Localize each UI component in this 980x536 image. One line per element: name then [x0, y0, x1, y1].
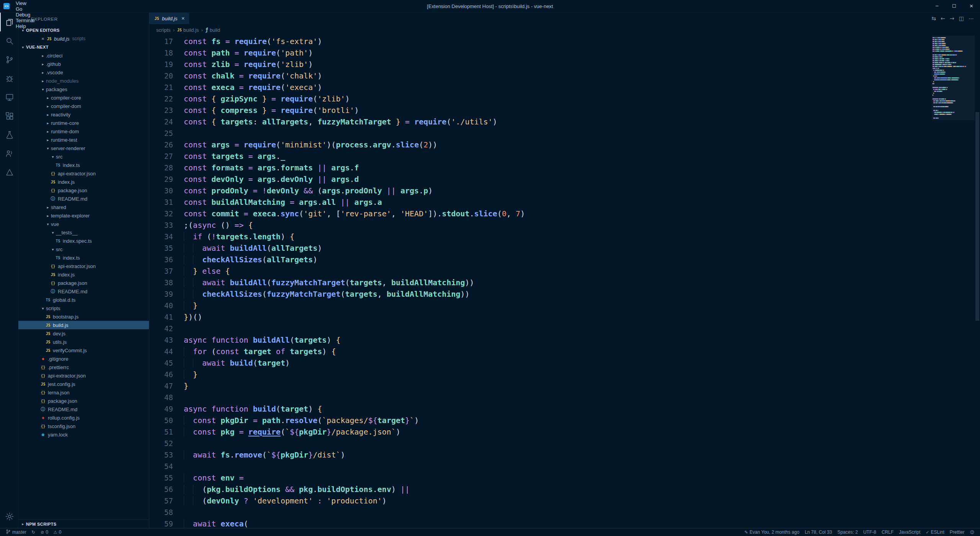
tree-file-README.md[interactable]: ⓘREADME.md [18, 405, 149, 413]
code-line-21[interactable]: 21const execa = require('execa') [149, 82, 930, 93]
tree-folder-template-explorer[interactable]: ▸template-explorer [18, 211, 149, 220]
minimap[interactable] [933, 36, 974, 119]
status-errors[interactable]: ⊘0 [38, 528, 51, 536]
tree-file-verifyCommit.js[interactable]: JSverifyCommit.js [18, 346, 149, 355]
tree-folder-src[interactable]: ▾src [18, 245, 149, 253]
tree-file-tsconfig.json[interactable]: {}tsconfig.json [18, 422, 149, 430]
source-control-icon[interactable] [0, 50, 18, 69]
tree-folder-packages[interactable]: ▾packages [18, 85, 149, 93]
settings-gear-icon[interactable] [0, 507, 18, 526]
remote-explorer-icon[interactable] [0, 88, 18, 106]
go-back-icon[interactable]: ← [938, 15, 947, 21]
code-line-28[interactable]: 28const formats = args.formats || args.f [149, 162, 930, 173]
tree-file-utils.js[interactable]: JSutils.js [18, 338, 149, 346]
tree-folder-reactivity[interactable]: ▸reactivity [18, 110, 149, 119]
code-line-58[interactable]: 58 [149, 507, 930, 518]
extensions-icon[interactable] [0, 106, 18, 125]
code-line-36[interactable]: 36 checkAllSizes(allTargets) [149, 254, 930, 265]
tree-folder-runtime-dom[interactable]: ▸runtime-dom [18, 127, 149, 136]
code-line-50[interactable]: 50 const pkgDir = path.resolve(`packages… [149, 415, 930, 426]
code-line-41[interactable]: 41})() [149, 311, 930, 323]
close-icon[interactable]: ✕ [40, 37, 46, 41]
code-line-37[interactable]: 37 } else { [149, 265, 930, 277]
code-line-48[interactable]: 48 [149, 392, 930, 403]
status-encoding[interactable]: UTF-8 [861, 528, 879, 536]
tree-file-jest.config.js[interactable]: JSjest.config.js [18, 380, 149, 388]
minimize-button[interactable]: ─ [928, 0, 946, 12]
workspace-section-header[interactable]: ▾ VUE-NEXT [18, 43, 149, 51]
tree-file-package.json[interactable]: {}package.json [18, 397, 149, 405]
code-line-59[interactable]: 59 await execa( [149, 518, 930, 528]
status-language-mode[interactable]: JavaScript [896, 528, 923, 536]
close-button[interactable]: ✕ [963, 0, 980, 12]
code-line-40[interactable]: 40 } [149, 300, 930, 311]
breadcrumb-scripts[interactable]: scripts [156, 27, 171, 33]
live-share-icon[interactable] [0, 144, 18, 163]
tree-file-api-extractor.json[interactable]: {}api-extractor.json [18, 169, 149, 178]
tree-file-index.ts[interactable]: TSindex.ts [18, 161, 149, 169]
tree-folder-src[interactable]: ▾src [18, 152, 149, 161]
tree-file-index.js[interactable]: JSindex.js [18, 270, 149, 279]
tree-file-yarn.lock[interactable]: ●yarn.lock [18, 430, 149, 439]
code-line-27[interactable]: 27const targets = args._ [149, 150, 930, 162]
status-eol[interactable]: CRLF [879, 528, 896, 536]
tree-folder-runtime-test[interactable]: ▸runtime-test [18, 136, 149, 144]
tree-file-.gitignore[interactable]: ◆.gitignore [18, 355, 149, 363]
menu-debug[interactable]: Debug [12, 12, 39, 18]
code-line-30[interactable]: 30const prodOnly = !devOnly && (args.pro… [149, 185, 930, 196]
tree-file-package.json[interactable]: {}package.json [18, 279, 149, 287]
code-line-26[interactable]: 26const args = require('minimist')(proce… [149, 139, 930, 150]
code-editor[interactable]: 17const fs = require('fs-extra')18const … [149, 36, 980, 528]
tree-file-bootstrap.js[interactable]: JSbootstrap.js [18, 312, 149, 321]
code-line-42[interactable]: 42 [149, 323, 930, 334]
tree-file-dev.js[interactable]: JSdev.js [18, 329, 149, 338]
code-line-44[interactable]: 44 for (const target of targets) { [149, 346, 930, 357]
npm-scripts-section-header[interactable]: ▸ NPM SCRIPTS [18, 520, 149, 528]
code-line-38[interactable]: 38 await buildAll(fuzzyMatchTarget(targe… [149, 277, 930, 288]
status-git-branch[interactable]: master [3, 528, 29, 536]
tree-folder-node_modules[interactable]: ▸node_modules [18, 77, 149, 85]
tree-file-index.ts[interactable]: TSindex.ts [18, 253, 149, 262]
status-warnings[interactable]: ⚠0 [51, 528, 64, 536]
tree-file-.prettierrc[interactable]: {}.prettierrc [18, 363, 149, 371]
test-explorer-icon[interactable] [0, 125, 18, 144]
tree-file-index.js[interactable]: JSindex.js [18, 178, 149, 186]
code-line-49[interactable]: 49async function build(target) { [149, 403, 930, 415]
tree-folder-scripts[interactable]: ▾scripts [18, 304, 149, 312]
tree-file-global.d.ts[interactable]: TSglobal.d.ts [18, 296, 149, 304]
tab-build-js[interactable]: JS build.js ✕ [149, 13, 189, 24]
code-line-32[interactable]: 32const commit = execa.sync('git', ['rev… [149, 208, 930, 219]
code-line-46[interactable]: 46 } [149, 369, 930, 380]
breadcrumb-build[interactable]: ƒbuild [205, 27, 220, 33]
open-editor-build.js[interactable]: ✕JSbuild.jsscripts [18, 34, 149, 43]
status-feedback[interactable]: ☺ [967, 528, 977, 536]
code-line-31[interactable]: 31const buildAllMatching = args.all || a… [149, 196, 930, 208]
go-forward-icon[interactable]: → [947, 15, 957, 21]
code-line-33[interactable]: 33;(async () => { [149, 219, 930, 231]
menu-view[interactable]: View [12, 0, 39, 6]
code-line-55[interactable]: 55 const env = [149, 472, 930, 484]
code-line-54[interactable]: 54 [149, 461, 930, 472]
code-line-22[interactable]: 22const { gzipSync } = require('zlib') [149, 93, 930, 105]
code-line-19[interactable]: 19const zlib = require('zlib') [149, 59, 930, 70]
code-line-34[interactable]: 34 if (!targets.length) { [149, 231, 930, 242]
status-prettier[interactable]: Prettier [947, 528, 967, 536]
tree-file-build.js[interactable]: JSbuild.js [18, 321, 149, 329]
tree-folder-.circleci[interactable]: ▸.circleci [18, 51, 149, 60]
status-eslint[interactable]: ✓ESLint [923, 528, 947, 536]
code-line-23[interactable]: 23const { compress } = require('brotli') [149, 105, 930, 116]
code-line-57[interactable]: 57 (devOnly ? 'development' : 'productio… [149, 495, 930, 507]
tree-file-api-extractor.json[interactable]: {}api-extractor.json [18, 262, 149, 270]
code-line-20[interactable]: 20const chalk = require('chalk') [149, 70, 930, 82]
code-line-18[interactable]: 18const path = require('path') [149, 47, 930, 59]
status-indentation[interactable]: Spaces: 2 [835, 528, 861, 536]
status-gitlens-blame[interactable]: ✎Evan You, 2 months ago [742, 528, 802, 536]
open-changes-icon[interactable]: ⇆ [929, 15, 939, 21]
tree-folder-.github[interactable]: ▸.github [18, 60, 149, 68]
tree-folder-vue[interactable]: ▾vue [18, 220, 149, 228]
code-line-45[interactable]: 45 await build(target) [149, 357, 930, 369]
code-line-39[interactable]: 39 checkAllSizes(fuzzyMatchTarget(target… [149, 288, 930, 300]
tree-file-api-extractor.json[interactable]: {}api-extractor.json [18, 371, 149, 380]
code-line-29[interactable]: 29const devOnly = args.devOnly || args.d [149, 173, 930, 185]
maximize-button[interactable]: ☐ [946, 0, 963, 12]
